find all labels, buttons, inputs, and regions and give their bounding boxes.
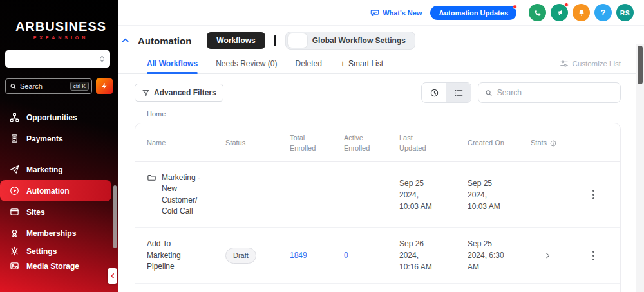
workflows-button[interactable]: Workflows [207, 32, 265, 49]
columns-icon [560, 59, 569, 68]
status-cell: Draft [225, 248, 290, 264]
collapse-sidebar-button[interactable] [108, 268, 117, 284]
whats-new-icon [370, 8, 379, 17]
page-header: Automation Workflows Global Workflow Set… [120, 31, 644, 50]
sidebar-scrollbar[interactable] [113, 185, 117, 248]
table-row: Marketing - New Customer/ Cold Call Sep … [135, 162, 620, 228]
sidebar-item-label: Marketing [26, 165, 63, 174]
list-icon [454, 88, 464, 98]
stats-expand-button[interactable] [531, 251, 576, 260]
workflow-name-cell[interactable]: Add To Marketing Pipeline [147, 239, 225, 272]
sidebar-item-marketing[interactable]: Marketing [0, 159, 118, 180]
scrollbar-thumb[interactable] [638, 46, 643, 84]
logo-subtext: EXPANSION [9, 35, 113, 40]
column-header-status: Status [225, 129, 290, 156]
chevron-left-icon [109, 273, 116, 279]
column-header-created-on: Created On [468, 129, 531, 156]
sidebar: ARBUSINESS EXPANSION Search ctrl K Oppor… [0, 0, 118, 292]
folder-name-cell[interactable]: Marketing - New Customer/ Cold Call [147, 172, 225, 217]
clock-icon [430, 88, 439, 98]
sidebar-item-opportunities[interactable]: Opportunities [0, 107, 118, 128]
keyboard-shortcut-badge: ctrl K [70, 82, 89, 91]
avatar[interactable]: RS [616, 4, 634, 21]
plus-icon: + [340, 59, 345, 68]
history-button[interactable] [422, 83, 446, 102]
automation-updates-button[interactable]: Automation Updates [430, 6, 516, 20]
memberships-icon [10, 228, 19, 238]
toggle-knob [288, 33, 307, 48]
tab-deleted[interactable]: Deleted [296, 53, 322, 73]
column-header-actions [576, 134, 605, 151]
gear-icon [10, 246, 19, 256]
created-on-cell: Sep 25 2024, 6:30 AM [468, 238, 531, 273]
tab-needs-review[interactable]: Needs Review (0) [216, 53, 277, 73]
collapse-header-chevron-icon[interactable] [120, 36, 130, 46]
quick-actions-button[interactable] [96, 78, 113, 94]
sidebar-item-media-storage[interactable]: Media Storage [0, 259, 118, 273]
main-content: Automation Workflows Global Workflow Set… [118, 26, 644, 292]
chevron-right-icon [544, 251, 552, 260]
customize-list-button[interactable]: Customize List [560, 59, 621, 68]
active-enrolled-link[interactable]: 0 [344, 250, 399, 261]
column-header-stats: Stats [531, 129, 576, 156]
search-icon [10, 83, 17, 90]
table-row: Add To Marketing Pipeline Draft 1849 0 S… [135, 227, 620, 283]
customize-list-label: Customize List [573, 60, 621, 68]
last-updated-cell: Sep 25 2024, 10:03 AM [399, 178, 468, 212]
folder-icon [147, 173, 156, 183]
total-enrolled-link[interactable]: 1849 [290, 250, 344, 261]
avatar-initials: RS [620, 9, 630, 17]
whats-new-link[interactable]: What's New [370, 8, 422, 17]
sidebar-item-settings[interactable]: Settings [0, 244, 118, 259]
row-menu-button[interactable] [581, 187, 605, 202]
advanced-filters-button[interactable]: Advanced Filters [135, 84, 223, 102]
megaphone-icon [555, 8, 564, 17]
whats-new-label: What's New [383, 9, 422, 17]
main-scrollbar[interactable] [636, 44, 644, 292]
marketing-icon [10, 165, 19, 174]
topbar: What's New Automation Updates ? RS [118, 0, 644, 26]
table-body: Marketing - New Customer/ Cold Call Sep … [135, 162, 620, 292]
list-view-button[interactable] [446, 83, 471, 102]
sidebar-menu: Opportunities Payments Marketing Automat… [0, 107, 118, 273]
column-header-name: Name [147, 129, 225, 156]
sidebar-search-placeholder: Search [20, 82, 43, 90]
tab-all-workflows[interactable]: All Workflows [147, 53, 198, 73]
sidebar-item-payments[interactable]: Payments [0, 128, 118, 149]
sites-icon [10, 207, 19, 217]
bell-icon [577, 8, 586, 17]
lightning-bolt-icon [100, 82, 108, 90]
sidebar-item-label: Media Storage [26, 262, 79, 271]
logo-text: ARBUSINESS [9, 19, 113, 34]
announcements-button[interactable] [551, 4, 568, 21]
phone-icon [533, 8, 542, 17]
tab-bar: All Workflows Needs Review (0) Deleted +… [118, 53, 644, 74]
notifications-button[interactable] [573, 4, 590, 21]
view-toggle-group [421, 82, 471, 103]
opportunities-icon [10, 113, 19, 122]
sidebar-item-memberships[interactable]: Memberships [0, 223, 118, 244]
notification-dot [564, 3, 569, 7]
sidebar-search-input[interactable]: Search ctrl K [5, 78, 92, 94]
account-switcher-select[interactable] [5, 50, 110, 68]
last-updated-cell: Sep 26 2024, 10:16 AM [399, 238, 468, 273]
automation-icon [10, 186, 19, 196]
sidebar-item-automation[interactable]: Automation [0, 180, 111, 201]
page-title: Automation [138, 35, 191, 46]
row-menu-button[interactable] [581, 248, 605, 263]
search-input[interactable] [497, 88, 614, 97]
breadcrumb[interactable]: Home [147, 110, 644, 118]
smart-list-button[interactable]: + Smart List [340, 59, 383, 68]
sidebar-item-label: Sites [26, 208, 45, 217]
info-icon [549, 140, 557, 147]
global-workflow-settings-label: Global Workflow Settings [312, 36, 406, 45]
help-button[interactable]: ? [594, 4, 612, 21]
table-row: Call Forwarding Published 79 0 Oct 01 20… [135, 283, 620, 292]
sidebar-divider [8, 154, 110, 154]
automation-updates-label: Automation Updates [439, 9, 508, 17]
header-divider [274, 35, 276, 46]
phone-button[interactable] [529, 4, 546, 21]
sidebar-item-sites[interactable]: Sites [0, 201, 118, 223]
global-workflow-settings-button[interactable]: Global Workflow Settings [285, 32, 415, 50]
workflow-name: Add To Marketing Pipeline [147, 239, 194, 272]
